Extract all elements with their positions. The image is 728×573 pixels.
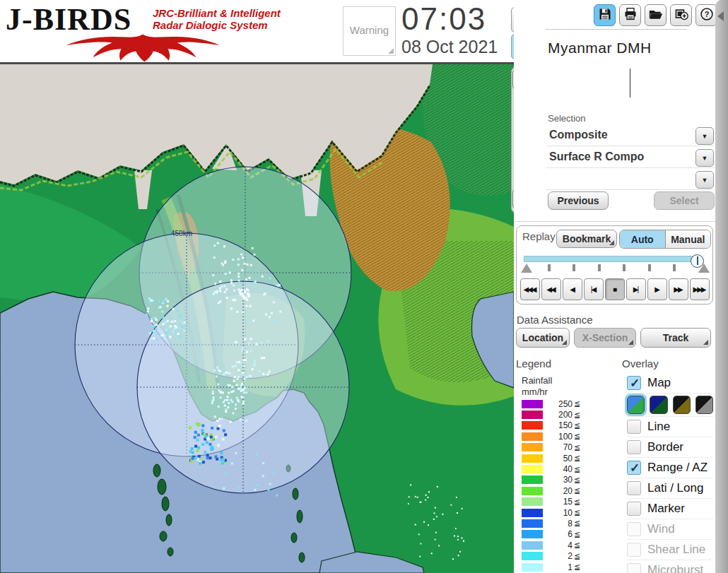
rain-cell <box>230 307 233 309</box>
select-button[interactable]: Select <box>654 191 715 210</box>
rain-cell <box>256 453 258 455</box>
warning-label: Warning <box>344 24 395 36</box>
rain-cell <box>242 389 245 391</box>
slider-start-marker[interactable] <box>521 264 532 273</box>
map-style-swatch[interactable] <box>627 396 645 414</box>
print-button[interactable] <box>619 4 641 26</box>
checkbox[interactable] <box>627 376 641 390</box>
rain-cell <box>457 536 459 537</box>
rain-cell <box>423 521 425 523</box>
rewind-fastest-button[interactable]: ◀◀◀ <box>520 278 540 300</box>
rain-cell <box>271 312 273 314</box>
map-style-swatch[interactable] <box>650 396 667 414</box>
dropdown-product[interactable]: Surface R Compo ▼ <box>546 149 714 168</box>
overlay-item-map[interactable]: Map <box>627 372 713 393</box>
manual-button[interactable]: Manual <box>666 230 711 248</box>
rain-cell <box>242 403 245 405</box>
panel-collapse-bar[interactable] <box>715 0 728 573</box>
rain-cell <box>232 259 234 261</box>
overlay-item-line[interactable]: Line <box>627 416 713 437</box>
play-button[interactable]: ▶ <box>647 278 667 300</box>
rewind-fast-button[interactable]: ◀◀ <box>541 278 561 300</box>
rain-cell <box>253 365 255 367</box>
forward-fast-button[interactable]: ▶▶ <box>669 278 688 300</box>
legend-swatch <box>522 421 543 430</box>
xsection-button-label: X-Section <box>582 332 628 343</box>
play-reverse-button[interactable]: ◀ <box>563 278 582 300</box>
clock-date: 08 Oct 2021 <box>401 37 498 57</box>
checkbox[interactable] <box>627 420 641 434</box>
map-style-swatch[interactable] <box>695 396 713 414</box>
rain-cell <box>155 324 158 326</box>
dropdown-composite[interactable]: Composite ▼ <box>546 127 714 146</box>
rain-cell <box>151 318 153 320</box>
overlay-item-border[interactable]: Border <box>627 437 713 457</box>
rain-cell <box>457 512 458 514</box>
chevron-down-icon[interactable]: ▼ <box>695 171 714 189</box>
rain-cell <box>233 380 235 382</box>
radar-map[interactable]: 450km <box>0 64 514 573</box>
checkbox[interactable] <box>627 440 641 454</box>
warning-panel[interactable]: Warning <box>343 6 396 56</box>
rain-cell <box>170 325 172 327</box>
rain-cell <box>229 384 231 386</box>
track-button[interactable]: Track <box>640 328 711 348</box>
rain-cell <box>211 400 213 402</box>
rain-cell <box>147 310 149 312</box>
overlay-item-marker[interactable]: Marker <box>627 498 713 519</box>
rain-cell <box>418 533 420 535</box>
legend-label: Legend <box>516 358 551 370</box>
checkbox[interactable] <box>627 461 641 475</box>
rain-cell <box>177 333 180 335</box>
replay-slider-track[interactable] <box>524 256 702 262</box>
logo-title: J-BIRDS <box>6 1 131 37</box>
auto-button[interactable]: Auto <box>620 230 666 248</box>
slider-end-marker[interactable] <box>698 264 710 273</box>
rain-cell <box>212 393 214 395</box>
rain-cell <box>225 261 227 263</box>
rain-cell <box>237 369 240 371</box>
rain-cell <box>180 326 182 328</box>
map-style-swatch[interactable] <box>673 396 691 414</box>
overlay-item-range-az[interactable]: Range / AZ <box>627 457 713 478</box>
rain-cell <box>197 434 200 437</box>
rain-cell <box>165 329 168 331</box>
header: J-BIRDS JRC-Brilliant & Intelligent Rada… <box>0 0 539 64</box>
legend-row: 2≦ <box>522 550 582 561</box>
overlay-item-label: Wind <box>647 522 675 536</box>
rain-cell <box>218 302 220 304</box>
overlay-item-lati-long[interactable]: Lati / Long <box>627 478 713 498</box>
rain-cell <box>219 290 221 293</box>
rain-cell <box>242 347 244 349</box>
previous-button[interactable]: Previous <box>548 191 609 210</box>
checkbox <box>627 543 641 557</box>
checkbox[interactable] <box>627 502 641 516</box>
rain-cell <box>164 322 166 324</box>
rain-cell <box>231 463 233 465</box>
rain-cell <box>211 427 213 430</box>
step-forward-button[interactable]: ▶| <box>626 278 646 300</box>
forward-fastest-button[interactable]: ▶▶▶ <box>690 278 710 300</box>
checkbox[interactable] <box>627 481 641 495</box>
stop-button[interactable]: ■ <box>605 278 625 300</box>
rain-cell <box>262 475 264 477</box>
replay-label: Replay <box>522 230 556 242</box>
rain-cell <box>240 418 242 420</box>
help-button[interactable]: ? <box>695 4 717 26</box>
rain-cell <box>214 455 217 458</box>
rain-cell <box>269 483 271 485</box>
dropdown-extra[interactable]: ▼ <box>546 171 714 190</box>
add-capture-button[interactable] <box>670 4 692 26</box>
location-button[interactable]: Location <box>516 328 570 348</box>
step-back-button[interactable]: |◀ <box>584 278 604 300</box>
rain-cell <box>242 359 245 361</box>
bookmark-button[interactable]: Bookmark <box>556 230 617 248</box>
rain-cell <box>237 378 239 380</box>
xsection-button[interactable]: X-Section <box>574 328 636 348</box>
legend-lte-symbol: ≦ <box>573 530 582 539</box>
overlay-item-label: Map <box>647 376 671 390</box>
chevron-down-icon[interactable]: ▼ <box>695 149 714 167</box>
open-folder-button[interactable] <box>645 4 667 26</box>
chevron-down-icon[interactable]: ▼ <box>695 127 714 145</box>
save-button[interactable] <box>594 4 616 26</box>
